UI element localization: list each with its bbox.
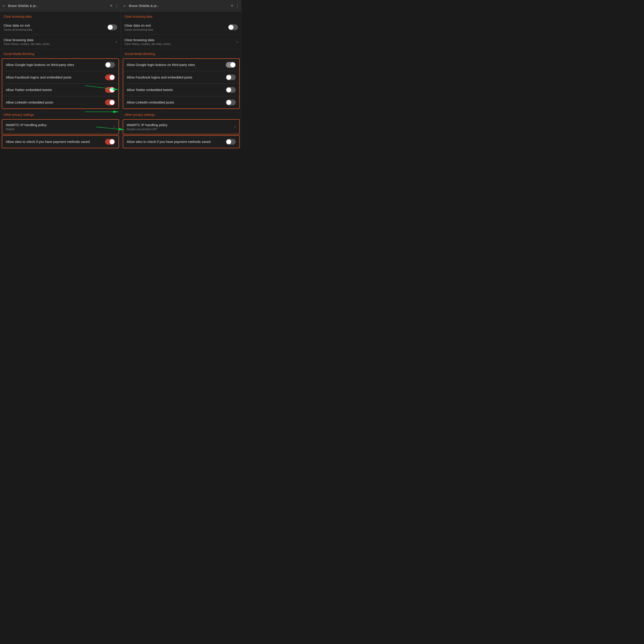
left-clear-on-exit-row: Clear data on exit Clears all browsing d… [0,20,121,35]
left-twitter-toggle[interactable] [105,87,115,93]
right-facebook-toggle[interactable] [226,74,236,80]
right-payment-row: Allow sites to check if you have payment… [123,136,239,148]
main-container: ← Brave Shields & pr... ✕ ⋮ ← Brave Shie… [0,0,241,149]
right-webrtc-chevron-icon: › [234,124,236,129]
right-twitter-toggle[interactable] [226,87,236,93]
right-clear-browsing-chevron-icon: › [237,39,238,44]
left-google-login-thumb [106,62,110,67]
right-linkedin-title: Allow LinkedIn embedded posts [127,100,223,105]
left-payment-row: Allow sites to check if you have payment… [2,136,119,148]
right-webrtc-subtitle: Disable non-proxied UDP [127,128,232,131]
right-tab-bar-wrapper: ← Brave Shields & pr... ✕ ⋮ [121,0,242,12]
left-menu-button[interactable]: ⋮ [114,3,119,8]
left-clear-on-exit-thumb [108,25,113,30]
right-clear-browsing-text: Clear browsing data Clear history, cooki… [125,38,237,46]
right-google-login-row: Allow Google login buttons on third-part… [123,59,239,71]
right-clear-on-exit-toggle[interactable] [228,24,238,30]
left-webrtc-subtitle: Default [6,128,111,131]
left-other-privacy-header: Other privacy settings [0,110,121,118]
right-google-login-toggle[interactable] [226,62,236,68]
left-facebook-toggle[interactable] [105,74,115,80]
left-twitter-text: Allow Twitter embedded tweets [6,88,105,92]
right-clear-browsing-header: Clear browsing data [121,12,242,20]
right-google-login-title: Allow Google login buttons on third-part… [127,63,223,67]
left-google-login-text: Allow Google login buttons on third-part… [6,63,105,67]
left-clear-browsing-title: Clear browsing data [4,38,113,42]
left-linkedin-row: Allow LinkedIn embedded posts [2,96,119,108]
right-facebook-thumb [226,75,231,80]
left-twitter-title: Allow Twitter embedded tweets [6,88,102,92]
left-twitter-thumb [110,87,114,92]
left-webrtc-box: WebRTC IP handling policy Default › [2,119,119,134]
left-tab-title: Brave Shields & pr... [8,4,108,8]
right-payment-toggle[interactable] [226,139,236,145]
left-payment-thumb [110,139,114,144]
left-facebook-row: Allow Facebook logins and embedded posts [2,71,119,84]
left-clear-on-exit-title: Clear data on exit [4,23,105,28]
right-clear-on-exit-row: Clear data on exit Clears all browsing d… [121,20,242,35]
left-social-media-header: Social Media Blocking [0,49,121,57]
left-clear-on-exit-subtitle: Clears all browsing data [4,28,105,31]
right-twitter-title: Allow Twitter embedded tweets [127,88,223,92]
right-linkedin-thumb [226,100,231,105]
left-clear-on-exit-text: Clear data on exit Clears all browsing d… [4,23,107,31]
right-linkedin-toggle[interactable] [226,100,236,105]
right-clear-on-exit-thumb [229,25,233,30]
right-google-login-text: Allow Google login buttons on third-part… [127,63,226,67]
right-close-button[interactable]: ✕ [231,4,233,8]
left-clear-browsing-header: Clear browsing data [0,12,121,20]
left-linkedin-toggle[interactable] [105,100,115,105]
left-back-button[interactable]: ← [2,3,6,8]
right-twitter-text: Allow Twitter embedded tweets [127,88,226,92]
right-webrtc-box: WebRTC IP handling policy Disable non-pr… [123,119,240,134]
left-webrtc-chevron-icon: › [114,124,115,129]
left-column: Clear browsing data Clear data on exit C… [0,12,121,149]
right-facebook-row: Allow Facebook logins and embedded posts [123,71,239,84]
right-payment-title: Allow sites to check if you have payment… [127,140,223,144]
left-google-login-row: Allow Google login buttons on third-part… [2,59,119,71]
left-payment-title: Allow sites to check if you have payment… [6,140,102,144]
right-clear-on-exit-title: Clear data on exit [125,23,226,28]
right-social-media-box: Allow Google login buttons on third-part… [123,58,240,109]
left-facebook-thumb [110,75,114,80]
right-webrtc-row[interactable]: WebRTC IP handling policy Disable non-pr… [123,120,239,134]
right-column: Clear browsing data Clear data on exit C… [121,12,242,149]
left-linkedin-title: Allow LinkedIn embedded posts [6,100,102,105]
right-payment-thumb [226,139,231,144]
left-twitter-row: Allow Twitter embedded tweets [2,84,119,96]
tab-bars: ← Brave Shields & pr... ✕ ⋮ ← Brave Shie… [0,0,241,12]
right-webrtc-text: WebRTC IP handling policy Disable non-pr… [127,123,235,131]
left-linkedin-thumb [110,100,114,105]
right-linkedin-text: Allow LinkedIn embedded posts [127,100,226,105]
left-facebook-title: Allow Facebook logins and embedded posts [6,75,102,80]
right-back-button[interactable]: ← [123,3,127,8]
right-clear-on-exit-text: Clear data on exit Clears all browsing d… [125,23,228,31]
right-clear-browsing-row[interactable]: Clear browsing data Clear history, cooki… [121,35,242,49]
right-tab-bar: ← Brave Shields & pr... ✕ ⋮ [121,0,242,12]
left-google-login-toggle[interactable] [105,62,115,68]
right-payment-text: Allow sites to check if you have payment… [127,140,226,144]
right-clear-browsing-title: Clear browsing data [125,38,234,42]
left-facebook-text: Allow Facebook logins and embedded posts [6,75,105,80]
content-area: Clear browsing data Clear data on exit C… [0,12,241,149]
left-webrtc-row[interactable]: WebRTC IP handling policy Default › [2,120,119,134]
left-clear-on-exit-toggle[interactable] [107,24,117,30]
left-webrtc-text: WebRTC IP handling policy Default [6,123,114,131]
left-clear-browsing-row[interactable]: Clear browsing data Clear history, cooki… [0,35,121,49]
right-google-login-thumb [230,62,235,67]
left-payment-box: Allow sites to check if you have payment… [2,135,119,148]
right-payment-box: Allow sites to check if you have payment… [123,135,240,148]
right-tab-title: Brave Shields & pr... [129,4,229,8]
right-facebook-title: Allow Facebook logins and embedded posts [127,75,223,80]
left-tab-bar-wrapper: ← Brave Shields & pr... ✕ ⋮ [0,0,121,12]
right-facebook-text: Allow Facebook logins and embedded posts [127,75,226,80]
right-twitter-row: Allow Twitter embedded tweets [123,84,239,96]
left-clear-browsing-chevron-icon: › [116,39,117,44]
right-clear-on-exit-subtitle: Clears all browsing data [125,28,226,31]
left-close-button[interactable]: ✕ [110,4,113,8]
left-payment-toggle[interactable] [105,139,115,145]
right-menu-button[interactable]: ⋮ [235,3,240,8]
left-clear-browsing-text: Clear browsing data Clear history, cooki… [4,38,116,46]
left-social-media-box: Allow Google login buttons on third-part… [2,58,119,109]
left-google-login-title: Allow Google login buttons on third-part… [6,63,102,67]
